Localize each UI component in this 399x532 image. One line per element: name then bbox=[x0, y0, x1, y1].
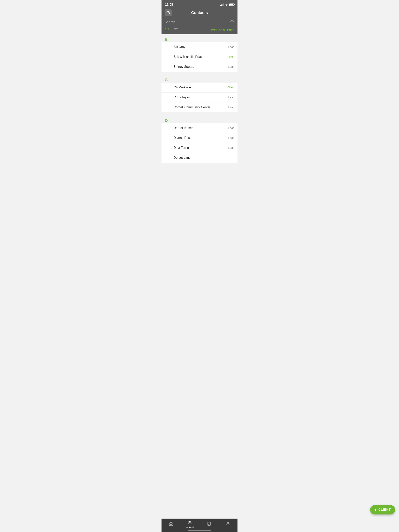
search-placeholder-text: Search bbox=[165, 20, 175, 24]
section-b-items: Bill Gray Lead Bob & Michelle Pratt Clie… bbox=[161, 42, 238, 72]
contact-chris-taylor[interactable]: Chris Taylor Lead bbox=[161, 93, 238, 102]
svg-rect-0 bbox=[165, 9, 172, 16]
contact-britney-spears[interactable]: Britney Spears Lead bbox=[161, 62, 238, 72]
contact-dorset-lane[interactable]: Dorset Lane bbox=[161, 153, 238, 163]
tab-my[interactable]: MY bbox=[174, 28, 178, 32]
search-bar: Search bbox=[161, 18, 238, 27]
status-time: 11:08 bbox=[165, 3, 173, 6]
page-title: Contacts bbox=[191, 11, 208, 15]
section-c: C CF Markville Client Chris Taylor Lead … bbox=[161, 75, 238, 112]
filter-tabs: ALL MY bbox=[165, 28, 178, 32]
tab-all[interactable]: ALL bbox=[165, 28, 170, 32]
contact-darnell-brown[interactable]: Darnell Brown Lead bbox=[161, 123, 238, 133]
app-logo bbox=[165, 9, 172, 16]
contact-bob-michelle-pratt[interactable]: Bob & Michelle Pratt Client bbox=[161, 52, 238, 62]
status-icons bbox=[220, 4, 234, 6]
contact-dina-turner[interactable]: Dina Turner Lead bbox=[161, 143, 238, 153]
section-d-items: Darnell Brown Lead Dianna Ross Lead Dina… bbox=[161, 123, 238, 163]
section-c-items: CF Markville Client Chris Taylor Lead Co… bbox=[161, 82, 238, 112]
contact-cornell-community-center[interactable]: Cornell Community Center Lead bbox=[161, 102, 238, 112]
section-letter-b: B bbox=[161, 34, 238, 42]
section-letter-c: C bbox=[161, 75, 238, 82]
search-icon[interactable] bbox=[230, 20, 234, 25]
contact-list: B Bill Gray Lead Bob & Michelle Pratt Cl… bbox=[161, 34, 238, 181]
header: Contacts bbox=[161, 9, 238, 18]
contact-cf-markville[interactable]: CF Markville Client bbox=[161, 82, 238, 93]
section-d: D Darnell Brown Lead Dianna Ross Lead Di… bbox=[161, 115, 238, 163]
section-b: B Bill Gray Lead Bob & Michelle Pratt Cl… bbox=[161, 34, 238, 72]
section-letter-d: D bbox=[161, 115, 238, 123]
contact-dianna-ross[interactable]: Dianna Ross Lead bbox=[161, 133, 238, 143]
signal-icon bbox=[220, 4, 224, 6]
contact-bill-gray[interactable]: Bill Gray Lead bbox=[161, 42, 238, 52]
type-of-clients-button[interactable]: TYPE OF CLIENTS bbox=[211, 29, 234, 32]
status-bar: 11:08 bbox=[161, 0, 238, 9]
wifi-icon bbox=[225, 4, 228, 6]
filter-bar: ALL MY TYPE OF CLIENTS bbox=[161, 27, 238, 34]
battery-icon bbox=[229, 4, 234, 6]
